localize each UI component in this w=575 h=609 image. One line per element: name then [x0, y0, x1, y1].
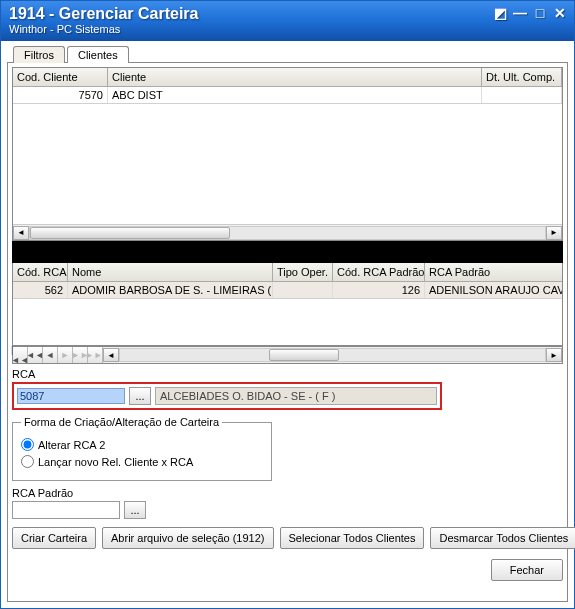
rca-name-display: ALCEBIADES O. BIDAO - SE - ( F )	[155, 387, 437, 405]
rca-code-input[interactable]	[17, 388, 125, 404]
rca-grid-body: 562 ADOMIR BARBOSA DE S. - LIMEIRAS ( V …	[13, 282, 562, 345]
close-row: Fechar	[12, 559, 563, 581]
app-window: 1914 - Gerenciar Carteira Winthor - PC S…	[0, 0, 575, 609]
rca-padrao-code-input[interactable]	[12, 501, 120, 519]
col-cliente[interactable]: Cliente	[108, 68, 482, 86]
col-cod-cliente[interactable]: Cod. Cliente	[13, 68, 108, 86]
clientes-grid-header: Cod. Cliente Cliente Dt. Ult. Comp.	[13, 68, 562, 87]
abrir-arquivo-button[interactable]: Abrir arquivo de seleção (1912)	[102, 527, 273, 549]
forma-legend: Forma de Criação/Alteração de Carteira	[21, 416, 222, 428]
scroll-track[interactable]	[119, 348, 546, 362]
rca-padrao-label: RCA Padrão	[12, 487, 563, 499]
grid-empty-space	[13, 299, 562, 345]
clientes-grid-body: 7570 ABC DIST	[13, 87, 562, 224]
cell-cod-rca: 562	[13, 282, 68, 298]
rca-lookup-button[interactable]: ...	[129, 387, 151, 405]
rca-padrao-lookup-button[interactable]: ...	[124, 501, 146, 519]
nav-prevpage-icon[interactable]: ◄◄	[28, 347, 43, 363]
rca-field-group: ... ALCEBIADES O. BIDAO - SE - ( F )	[12, 382, 442, 410]
col-cod-rca[interactable]: Cód. RCA	[13, 263, 68, 281]
forma-criacao-fieldset: Forma de Criação/Alteração de Carteira A…	[12, 416, 272, 481]
cell-nome: ADOMIR BARBOSA DE S. - LIMEIRAS ( V )	[68, 282, 273, 298]
radio-lancar-novo-label: Lançar novo Rel. Cliente x RCA	[38, 456, 193, 468]
maximize-icon[interactable]: □	[532, 5, 548, 21]
tab-filtros[interactable]: Filtros	[13, 46, 65, 63]
scroll-left-icon[interactable]: ◄	[103, 348, 119, 362]
criar-carteira-button[interactable]: Criar Carteira	[12, 527, 96, 549]
col-tipo-oper[interactable]: Tipo Oper.	[273, 263, 333, 281]
selecionar-todos-button[interactable]: Selecionar Todos Clientes	[280, 527, 425, 549]
radio-lancar-novo-row[interactable]: Lançar novo Rel. Cliente x RCA	[21, 455, 263, 468]
table-row[interactable]: 562 ADOMIR BARBOSA DE S. - LIMEIRAS ( V …	[13, 282, 562, 299]
cell-dt-ult-comp	[482, 87, 562, 103]
clientes-grid: Cod. Cliente Cliente Dt. Ult. Comp. 7570…	[12, 67, 563, 241]
button-row: Criar Carteira Abrir arquivo de seleção …	[12, 527, 563, 549]
rca-label: RCA	[12, 368, 563, 380]
scroll-thumb[interactable]	[30, 227, 230, 239]
titlebar: 1914 - Gerenciar Carteira Winthor - PC S…	[1, 1, 574, 41]
cell-cliente: ABC DIST	[108, 87, 482, 103]
grid-empty-space	[13, 104, 562, 224]
record-navigator: |◄◄ ◄◄ ◄ ► ►► ►►| ◄ ►	[12, 346, 563, 364]
radio-alterar-rca2-label: Alterar RCA 2	[38, 439, 105, 451]
cell-rca-padrao: ADENILSON ARAUJO CAVA	[425, 282, 562, 298]
minimize-icon[interactable]: —	[512, 5, 528, 21]
radio-alterar-rca2-row[interactable]: Alterar RCA 2	[21, 438, 263, 451]
cell-cod-cliente: 7570	[13, 87, 108, 103]
rca-grid: Cód. RCA Nome Tipo Oper. Cód. RCA Padrão…	[12, 263, 563, 346]
col-nome[interactable]: Nome	[68, 263, 273, 281]
tabpage-clientes: Cod. Cliente Cliente Dt. Ult. Comp. 7570…	[7, 62, 568, 602]
divider-bar	[12, 241, 563, 263]
rca-padrao-group: RCA Padrão ...	[12, 487, 563, 519]
tabs: Filtros Clientes	[13, 45, 568, 62]
nav-prev-icon[interactable]: ◄	[43, 347, 58, 363]
col-dt-ult-comp[interactable]: Dt. Ult. Comp.	[482, 68, 562, 86]
rca-grid-hscroll[interactable]: ◄ ►	[103, 347, 562, 363]
scroll-left-icon[interactable]: ◄	[13, 226, 29, 240]
rca-grid-header: Cód. RCA Nome Tipo Oper. Cód. RCA Padrão…	[13, 263, 562, 282]
scroll-track[interactable]	[29, 226, 546, 240]
close-icon[interactable]: ✕	[552, 5, 568, 21]
table-row[interactable]: 7570 ABC DIST	[13, 87, 562, 104]
tab-clientes[interactable]: Clientes	[67, 46, 129, 63]
cell-cod-rca-padrao: 126	[333, 282, 425, 298]
content-area: Filtros Clientes Cod. Cliente Cliente Dt…	[1, 41, 574, 608]
col-rca-padrao[interactable]: RCA Padrão	[425, 263, 562, 281]
cell-tipo-oper	[273, 282, 333, 298]
window-controls: ◩ — □ ✕	[492, 5, 568, 21]
scroll-thumb[interactable]	[269, 349, 339, 361]
window-subtitle: Winthor - PC Sistemas	[9, 23, 566, 35]
window-title: 1914 - Gerenciar Carteira	[9, 5, 566, 23]
radio-alterar-rca2[interactable]	[21, 438, 34, 451]
scroll-right-icon[interactable]: ►	[546, 226, 562, 240]
fechar-button[interactable]: Fechar	[491, 559, 563, 581]
desmarcar-todos-button[interactable]: Desmarcar Todos Clientes	[430, 527, 575, 549]
col-cod-rca-padrao[interactable]: Cód. RCA Padrão	[333, 263, 425, 281]
radio-lancar-novo[interactable]	[21, 455, 34, 468]
nav-last-icon[interactable]: ►►|	[88, 347, 103, 363]
scroll-right-icon[interactable]: ►	[546, 348, 562, 362]
restore-icon[interactable]: ◩	[492, 5, 508, 21]
clientes-grid-hscroll[interactable]: ◄ ►	[13, 224, 562, 240]
